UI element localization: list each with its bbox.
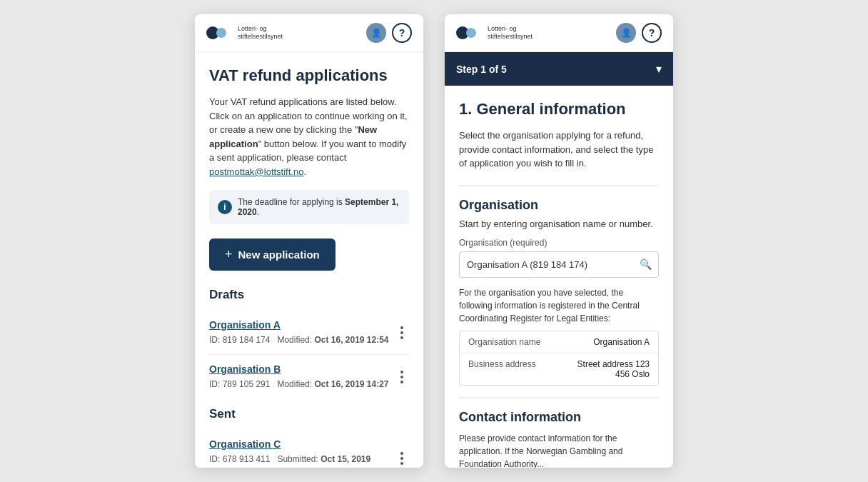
info-icon: i: [218, 200, 232, 214]
org-address-label: Business address: [468, 359, 559, 369]
left-panel-content: VAT refund applications Your VAT refund …: [195, 52, 423, 468]
screens-container: Lotteri- og stiftelsestilsynet 👤 ? VAT r…: [0, 0, 868, 482]
left-header-icons: 👤 ?: [366, 23, 412, 43]
right-avatar[interactable]: 👤: [616, 23, 636, 43]
right-panel: Lotteri- og stiftelsestilsynet 👤 ? Step …: [445, 14, 673, 468]
page-description: Your VAT refund applications are listed …: [209, 95, 409, 179]
org-name-value: Organisation A: [559, 337, 650, 347]
plus-icon: +: [225, 247, 233, 262]
logo-line1: Lotteri- og: [238, 25, 283, 33]
field-label: Organisation (required): [459, 238, 659, 248]
left-logo: Lotteri- og stiftelsestilsynet: [206, 24, 283, 41]
sent-menu-org-c[interactable]: [395, 449, 409, 468]
right-help-icon[interactable]: ?: [642, 23, 662, 43]
sent-info: Organisation C ID: 678 913 411 Submitted…: [209, 438, 395, 468]
organisation-sub-desc: Start by entering organisation name or n…: [459, 219, 659, 229]
info-banner-text: The deadline for applying is September 1…: [238, 197, 400, 217]
draft-item: Organisation A ID: 819 184 174 Modified:…: [209, 311, 409, 355]
draft-name-org-a[interactable]: Organisation A: [209, 319, 395, 331]
draft-meta-org-a: ID: 819 184 174 Modified: Oct 16, 2019 1…: [209, 335, 389, 345]
right-logo-line2: stiftelsestilsynet: [488, 33, 533, 41]
new-application-label: New application: [238, 248, 320, 261]
right-logo: Lotteri- og stiftelsestilsynet: [456, 24, 533, 41]
sent-item: Organisation C ID: 678 913 411 Submitted…: [209, 430, 409, 468]
drafts-list: Organisation A ID: 819 184 174 Modified:…: [209, 311, 409, 398]
draft-item: Organisation B ID: 789 105 291 Modified:…: [209, 355, 409, 398]
new-application-button[interactable]: + New application: [209, 239, 335, 271]
org-name-label: Organisation name: [468, 337, 559, 347]
logo-circle-light: [216, 28, 226, 38]
logo-text: Lotteri- og stiftelsestilsynet: [238, 25, 283, 41]
right-logo-icon: [456, 24, 482, 41]
draft-meta-org-b: ID: 789 105 291 Modified: Oct 16, 2019 1…: [209, 379, 389, 389]
left-panel: Lotteri- og stiftelsestilsynet 👤 ? VAT r…: [195, 14, 423, 468]
sent-section-title: Sent: [209, 407, 409, 421]
draft-info: Organisation A ID: 819 184 174 Modified:…: [209, 319, 395, 346]
sent-meta-org-c: ID: 678 913 411 Submitted: Oct 15, 2019 …: [209, 454, 370, 468]
section-heading: 1. General information: [459, 100, 659, 119]
logo-icon: [206, 24, 232, 41]
drafts-section-title: Drafts: [209, 288, 409, 302]
right-header-icons: 👤 ?: [616, 23, 662, 43]
search-icon: 🔍: [640, 258, 652, 270]
page-title: VAT refund applications: [209, 66, 409, 85]
sent-list: Organisation C ID: 678 913 411 Submitted…: [209, 430, 409, 468]
right-logo-circle-light: [466, 28, 476, 38]
organisation-input[interactable]: [459, 251, 659, 278]
draft-info: Organisation B ID: 789 105 291 Modified:…: [209, 363, 395, 390]
left-panel-header: Lotteri- og stiftelsestilsynet 👤 ?: [195, 14, 423, 52]
right-content: 1. General information Select the organi…: [445, 86, 673, 468]
org-address-value: Street address 123456 Oslo: [559, 359, 650, 379]
organisation-sub-title: Organisation: [459, 185, 659, 213]
org-info-row-address: Business address Street address 123456 O…: [460, 353, 658, 385]
org-info-box: Organisation name Organisation A Busines…: [459, 331, 659, 386]
draft-menu-org-a[interactable]: [395, 323, 409, 342]
right-logo-line1: Lotteri- og: [488, 25, 533, 33]
draft-name-org-b[interactable]: Organisation B: [209, 363, 395, 375]
logo-line2: stiftelsestilsynet: [238, 33, 283, 41]
info-banner: i The deadline for applying is September…: [209, 190, 409, 224]
chevron-down-icon: ▾: [656, 62, 662, 76]
step-bar[interactable]: Step 1 of 5 ▾: [445, 52, 673, 86]
sent-name-org-c[interactable]: Organisation C: [209, 438, 395, 450]
right-logo-text: Lotteri- og stiftelsestilsynet: [488, 25, 533, 41]
avatar[interactable]: 👤: [366, 23, 386, 43]
draft-menu-org-b[interactable]: [395, 368, 409, 386]
contact-link[interactable]: postmottak@lottstift.no: [209, 166, 303, 177]
field-input-wrapper: 🔍: [459, 251, 659, 278]
org-info-note: For the organisation you have selected, …: [459, 286, 659, 325]
right-panel-header: Lotteri- og stiftelsestilsynet 👤 ?: [445, 14, 673, 52]
org-info-row-name: Organisation name Organisation A: [460, 331, 658, 353]
contact-description: Please provide contact information for t…: [459, 432, 659, 468]
contact-section-title: Contact information: [459, 397, 659, 425]
section-description: Select the organisation applying for a r…: [459, 129, 659, 171]
help-icon[interactable]: ?: [392, 23, 412, 43]
step-label: Step 1 of 5: [456, 64, 507, 75]
